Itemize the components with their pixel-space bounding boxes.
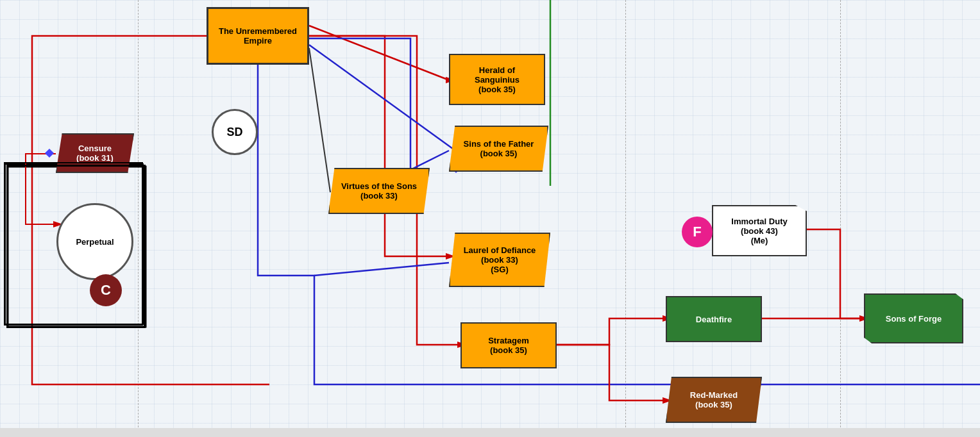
node-stratagem[interactable]: Stratagem(book 35) [460, 322, 557, 368]
node-sins[interactable]: Sins of the Father(book 35) [449, 126, 548, 172]
node-censure[interactable]: Censure(book 31) [56, 133, 134, 173]
dashed-line-3 [840, 0, 841, 437]
node-immortal-duty[interactable]: Immortal Duty(book 43)(Me) [712, 205, 807, 256]
node-laurel[interactable]: Laurel of Defiance(book 33)(SG) [449, 233, 550, 287]
node-unremembered-empire[interactable]: The Unremembered Empire [207, 7, 309, 65]
badge-f[interactable]: F [682, 217, 713, 247]
node-herald[interactable]: Herald ofSanguinius(book 35) [449, 54, 545, 105]
node-red-marked[interactable]: Red-Marked(book 35) [666, 377, 762, 423]
node-sons-of-forge[interactable]: Sons of Forge [864, 293, 963, 343]
dashed-line-1 [138, 0, 139, 437]
node-sd[interactable]: SD [212, 109, 258, 155]
dashed-line-2 [625, 0, 626, 437]
svg-rect-11 [45, 149, 54, 158]
node-virtues[interactable]: Virtues of the Sons(book 33) [328, 168, 430, 214]
node-perpetual[interactable]: Perpetual [56, 203, 133, 280]
node-deathfire[interactable]: Deathfire [666, 296, 762, 342]
badge-c[interactable]: C [90, 274, 122, 306]
scrollbar[interactable] [0, 428, 980, 437]
